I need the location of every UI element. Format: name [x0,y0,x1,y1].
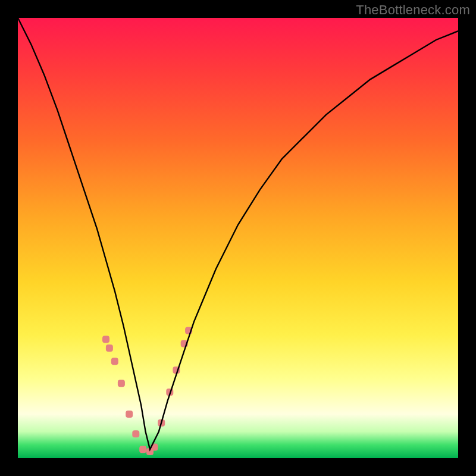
watermark-text: TheBottleneck.com [356,2,470,18]
plot-area [18,18,458,458]
marker-point [118,380,125,387]
marker-point [139,446,146,453]
marker-point [126,411,133,418]
bottleneck-curve [18,18,458,449]
chart-svg [18,18,458,458]
chart-frame: TheBottleneck.com [0,0,476,476]
marker-point [102,336,109,343]
marker-point [132,430,139,437]
marker-point [111,358,118,365]
marker-point [106,345,113,352]
